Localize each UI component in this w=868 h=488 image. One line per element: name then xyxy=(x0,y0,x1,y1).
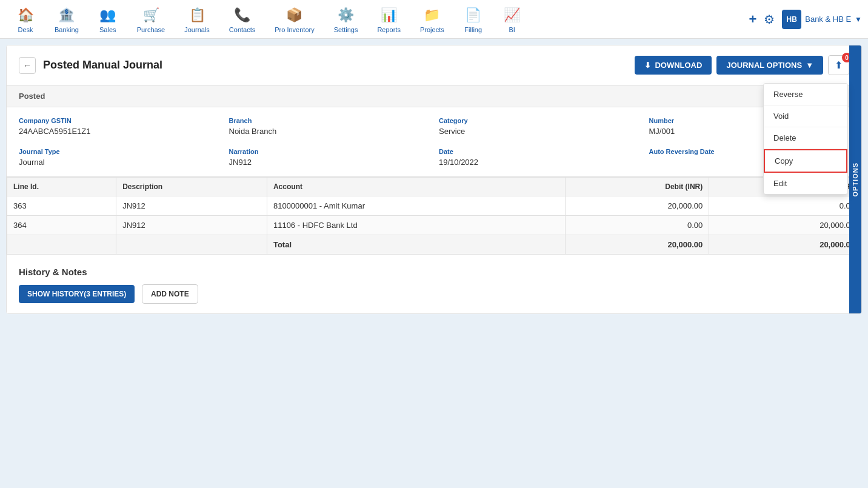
nav-item-contacts[interactable]: 📞 Contacts xyxy=(219,1,265,38)
history-notes-title: History & Notes xyxy=(19,267,849,277)
journal-type-label: Journal Type xyxy=(19,148,219,155)
cell-description: JN912 xyxy=(116,196,267,216)
download-label: DOWNLOAD xyxy=(655,61,702,70)
total-cell-empty2 xyxy=(116,235,267,255)
total-cell-empty1 xyxy=(7,235,116,255)
avatar: HB xyxy=(782,10,801,29)
topnav-right: + ⚙ HB Bank & HB E ▼ xyxy=(749,10,862,29)
options-side-label: OPTIONS xyxy=(852,162,859,197)
nav-items: 🏠 Desk 🏦 Banking 👥 Sales 🛒 Purchase 📋 Jo… xyxy=(6,1,749,38)
nav-item-banking[interactable]: 🏦 Banking xyxy=(45,1,88,38)
company-gstin-value: 24AABCA5951E1Z1 xyxy=(19,127,219,136)
top-navigation: 🏠 Desk 🏦 Banking 👥 Sales 🛒 Purchase 📋 Jo… xyxy=(0,0,868,39)
nav-item-journals[interactable]: 📋 Journals xyxy=(175,1,219,38)
bi-icon: 📈 xyxy=(502,5,522,25)
nav-item-sales[interactable]: 👥 Sales xyxy=(88,1,127,38)
company-gstin-label: Company GSTIN xyxy=(19,117,219,124)
table-row: 363 JN912 8100000001 - Amit Kumar 20,000… xyxy=(7,196,861,216)
page-wrapper: ← Posted Manual Journal ⬇ DOWNLOAD JOURN… xyxy=(6,45,862,314)
field-company-gstin: Company GSTIN 24AABCA5951E1Z1 xyxy=(19,117,219,136)
total-cell-credit: 20,000.00 xyxy=(709,235,861,255)
cell-credit: 0.00 xyxy=(709,196,861,216)
settings-gear-icon[interactable]: ⚙ xyxy=(764,12,775,27)
add-button[interactable]: + xyxy=(749,12,756,27)
nav-label-bi: BI xyxy=(509,26,515,33)
dropdown-item-edit[interactable]: Edit xyxy=(764,173,847,194)
nav-item-reports[interactable]: 📊 Reports xyxy=(367,1,410,38)
total-cell-label: Total xyxy=(267,235,565,255)
nav-item-settings[interactable]: ⚙️ Settings xyxy=(324,1,368,38)
nav-label-journals: Journals xyxy=(184,26,210,33)
status-text: Posted xyxy=(19,92,45,101)
branch-label: Branch xyxy=(229,117,430,124)
nav-label-contacts: Contacts xyxy=(229,26,255,33)
journal-type-value: Journal xyxy=(19,158,219,167)
col-header-account: Account xyxy=(267,178,565,196)
category-value: Service xyxy=(439,127,639,136)
nav-label-reports: Reports xyxy=(377,26,401,33)
col-header-description: Description xyxy=(116,178,267,196)
download-icon: ⬇ xyxy=(644,61,651,70)
narration-label: Narration xyxy=(229,148,430,155)
history-notes-section: History & Notes SHOW HISTORY(3 ENTRIES) … xyxy=(7,257,861,313)
journal-options-dropdown: Reverse Void Delete Copy Edit xyxy=(763,83,848,195)
nav-item-pro-inventory[interactable]: 📦 Pro Inventory xyxy=(265,1,324,38)
field-narration: Narration JN912 xyxy=(229,148,430,167)
user-menu[interactable]: HB Bank & HB E ▼ xyxy=(782,10,862,29)
branch-value: Noida Branch xyxy=(229,127,430,136)
table-total-row: Total 20,000.00 20,000.00 xyxy=(7,235,861,255)
journal-options-button[interactable]: JOURNAL OPTIONS ▼ xyxy=(716,56,823,75)
nav-item-projects[interactable]: 📁 Projects xyxy=(410,1,454,38)
cell-debit: 20,000.00 xyxy=(565,196,709,216)
settings-icon: ⚙️ xyxy=(336,5,356,25)
nav-item-desk[interactable]: 🏠 Desk xyxy=(6,1,45,38)
page-header-right: ⬇ DOWNLOAD JOURNAL OPTIONS ▼ ⬆ 0 xyxy=(635,55,849,75)
nav-item-bi[interactable]: 📈 BI xyxy=(493,1,532,38)
nav-item-purchase[interactable]: 🛒 Purchase xyxy=(127,1,175,38)
nav-label-purchase: Purchase xyxy=(137,26,165,33)
cell-credit: 20,000.00 xyxy=(709,216,861,235)
category-label: Category xyxy=(439,117,639,124)
table-section: Line Id. Description Account Debit (INR)… xyxy=(7,177,861,255)
banking-icon: 🏦 xyxy=(57,5,76,25)
page-header-left: ← Posted Manual Journal xyxy=(19,57,162,74)
nav-label-pro-inventory: Pro Inventory xyxy=(275,26,314,33)
reports-icon: 📊 xyxy=(379,5,399,25)
status-banner: Posted xyxy=(7,85,861,107)
narration-value: JN912 xyxy=(229,158,430,167)
nav-label-sales: Sales xyxy=(99,26,116,33)
dropdown-item-delete[interactable]: Delete xyxy=(764,127,847,149)
col-header-debit: Debit (INR) xyxy=(565,178,709,196)
journals-icon: 📋 xyxy=(187,5,207,25)
nav-label-settings: Settings xyxy=(334,26,358,33)
user-name: Bank & HB E xyxy=(805,15,851,24)
date-label: Date xyxy=(439,148,639,155)
table-row: 364 JN912 11106 - HDFC Bank Ltd 0.00 20,… xyxy=(7,216,861,235)
add-note-button[interactable]: ADD NOTE xyxy=(142,284,198,304)
sales-icon: 👥 xyxy=(98,5,118,25)
cell-account: 8100000001 - Amit Kumar xyxy=(267,196,565,216)
dropdown-item-void[interactable]: Void xyxy=(764,105,847,127)
cell-description: JN912 xyxy=(116,216,267,235)
back-button[interactable]: ← xyxy=(19,57,36,74)
journal-options-label: JOURNAL OPTIONS xyxy=(726,61,802,70)
main-content: ← Posted Manual Journal ⬇ DOWNLOAD JOURN… xyxy=(0,45,868,314)
dropdown-item-reverse[interactable]: Reverse xyxy=(764,84,847,105)
options-side-tab[interactable]: OPTIONS xyxy=(849,45,861,313)
nav-item-filling[interactable]: 📄 Filling xyxy=(454,1,493,38)
page-title: Posted Manual Journal xyxy=(43,59,162,72)
col-header-line-id: Line Id. xyxy=(7,178,116,196)
projects-icon: 📁 xyxy=(422,5,442,25)
dropdown-item-copy[interactable]: Copy xyxy=(764,149,847,173)
field-branch: Branch Noida Branch xyxy=(229,117,430,136)
history-notes-actions: SHOW HISTORY(3 ENTRIES) ADD NOTE xyxy=(19,284,849,304)
chevron-down-icon: ▼ xyxy=(855,15,862,24)
field-journal-type: Journal Type Journal xyxy=(19,148,219,167)
cell-debit: 0.00 xyxy=(565,216,709,235)
show-history-button[interactable]: SHOW HISTORY(3 ENTRIES) xyxy=(19,285,135,303)
download-button[interactable]: ⬇ DOWNLOAD xyxy=(635,56,712,75)
nav-label-projects: Projects xyxy=(420,26,444,33)
filling-icon: 📄 xyxy=(464,5,483,25)
cell-line-id: 364 xyxy=(7,216,116,235)
date-value: 19/10/2022 xyxy=(439,158,639,167)
